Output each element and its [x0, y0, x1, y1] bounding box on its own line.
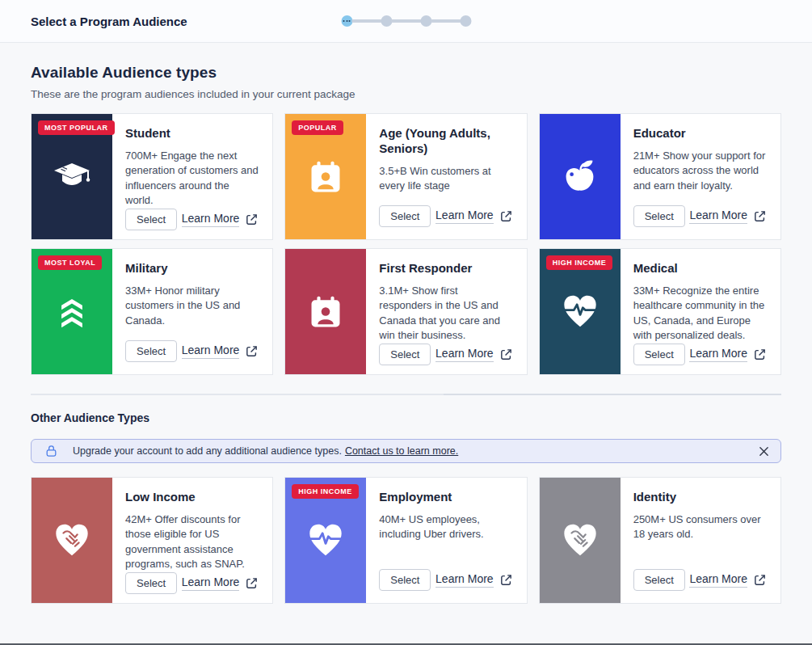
- select-button[interactable]: Select: [633, 569, 685, 591]
- external-link-icon: [245, 344, 259, 358]
- external-link-icon: [753, 348, 767, 361]
- stepper-step-3[interactable]: [420, 15, 431, 27]
- external-link-icon: [753, 209, 767, 223]
- card-description: 3.5+B Win customers at every life stage: [379, 164, 512, 194]
- card-description: 21M+ Show your support for educators acr…: [633, 149, 767, 193]
- audience-card: Educator 21M+ Show your support for educ…: [539, 113, 781, 240]
- card-title: First Responder: [379, 261, 512, 276]
- learn-more-link[interactable]: Learn More: [689, 347, 767, 362]
- section-title-available: Available Audience types: [31, 64, 781, 82]
- learn-more-label: Learn More: [435, 347, 494, 362]
- select-button[interactable]: Select: [633, 205, 685, 227]
- card-title: Low Income: [125, 490, 259, 505]
- card-footer: Select Learn More: [379, 205, 512, 227]
- banner-text: Upgrade your account to add any addition…: [73, 445, 342, 457]
- external-link-icon: [245, 576, 259, 590]
- learn-more-link[interactable]: Learn More: [182, 212, 259, 227]
- main-content: Available Audience types These are the p…: [0, 64, 812, 604]
- calendar-user-icon: [307, 158, 344, 196]
- card-panel: [540, 114, 621, 239]
- card-panel: HIGH INCOME: [540, 249, 621, 374]
- learn-more-label: Learn More: [182, 212, 240, 227]
- card-description: 250M+ US consumers over 18 years old.: [633, 512, 767, 542]
- card-description: 33M+ Recognize the entire healthcare com…: [633, 284, 767, 344]
- card-panel: [32, 478, 112, 603]
- card-description: 3.1M+ Show first responders in the US an…: [379, 284, 512, 344]
- card-footer: Select Learn More: [125, 209, 259, 230]
- card-badge: HIGH INCOME: [292, 484, 359, 499]
- external-link-icon: [499, 348, 513, 361]
- stepper-step-1[interactable]: [341, 15, 352, 27]
- heart-pulse-icon: [561, 293, 600, 331]
- available-cards-grid: MOST POPULAR Student 700M+ Engage the ne…: [31, 113, 781, 375]
- learn-more-link[interactable]: Learn More: [689, 572, 767, 588]
- card-body: Age (Young Adults, Seniors) 3.5+B Win cu…: [366, 114, 526, 239]
- card-panel: HIGH INCOME: [285, 478, 366, 603]
- card-footer: Select Learn More: [633, 344, 767, 365]
- banner-close-button[interactable]: [759, 446, 769, 457]
- learn-more-link[interactable]: Learn More: [435, 572, 513, 588]
- learn-more-link[interactable]: Learn More: [689, 209, 767, 224]
- learn-more-link[interactable]: Learn More: [435, 347, 513, 362]
- stepper-connector: [431, 19, 461, 23]
- card-description: 40M+ US employees, including Uber driver…: [379, 512, 512, 542]
- select-button[interactable]: Select: [125, 572, 177, 594]
- select-button[interactable]: Select: [125, 340, 177, 362]
- card-footer: Select Learn More: [125, 340, 259, 362]
- stepper-step-4[interactable]: [460, 15, 471, 27]
- graduation-cap-icon: [52, 157, 92, 197]
- section-subtitle: These are the program audiences included…: [31, 88, 781, 100]
- audience-card: POPULAR Age (Young Adults, Seniors) 3.5+…: [284, 113, 527, 240]
- stepper-connector: [391, 19, 421, 23]
- card-title: Medical: [633, 261, 767, 276]
- card-title: Military: [125, 261, 259, 276]
- external-link-icon: [245, 213, 259, 226]
- select-button[interactable]: Select: [379, 569, 431, 591]
- card-footer: Select Learn More: [125, 572, 259, 594]
- card-description: 42M+ Offer discounts for those eligible …: [125, 512, 259, 572]
- card-footer: Select Learn More: [633, 205, 767, 227]
- heart-handshake-icon: [561, 521, 600, 560]
- select-button[interactable]: Select: [379, 205, 431, 227]
- stepper-step-2[interactable]: [381, 15, 392, 27]
- audience-card: MOST LOYAL Military 33M+ Honor military …: [31, 248, 273, 375]
- card-body: Student 700M+ Engage the next generation…: [112, 114, 272, 239]
- learn-more-link[interactable]: Learn More: [435, 209, 513, 224]
- card-title: Employment: [379, 490, 512, 505]
- learn-more-label: Learn More: [435, 209, 494, 224]
- select-button[interactable]: Select: [379, 344, 431, 365]
- learn-more-label: Learn More: [689, 572, 747, 588]
- card-footer: Select Learn More: [379, 344, 512, 365]
- card-title: Age (Young Adults, Seniors): [379, 126, 512, 157]
- top-header: Select a Program Audience: [0, 0, 812, 43]
- card-body: Educator 21M+ Show your support for educ…: [621, 114, 780, 239]
- chevrons-icon: [53, 293, 90, 331]
- audience-card: Identity 250M+ US consumers over 18 year…: [539, 477, 781, 604]
- heart-pulse-icon: [306, 521, 345, 560]
- learn-more-label: Learn More: [182, 575, 240, 591]
- card-title: Educator: [633, 126, 767, 141]
- card-body: Identity 250M+ US consumers over 18 year…: [621, 478, 780, 603]
- learn-more-label: Learn More: [182, 344, 240, 359]
- progress-stepper: [341, 15, 471, 27]
- card-description: 33M+ Honor military customers in the US …: [125, 284, 259, 328]
- card-panel: [540, 478, 621, 603]
- card-panel: MOST POPULAR: [32, 114, 112, 239]
- select-button[interactable]: Select: [633, 344, 685, 365]
- card-body: Low Income 42M+ Offer discounts for thos…: [112, 478, 272, 603]
- select-button[interactable]: Select: [125, 209, 177, 230]
- section-divider: [31, 394, 781, 395]
- audience-card: Low Income 42M+ Offer discounts for thos…: [31, 477, 273, 604]
- card-badge: POPULAR: [292, 120, 343, 135]
- heart-handshake-icon: [53, 521, 91, 560]
- learn-more-link[interactable]: Learn More: [182, 344, 259, 359]
- card-panel: [285, 249, 366, 374]
- card-badge: HIGH INCOME: [546, 255, 613, 270]
- learn-more-link[interactable]: Learn More: [182, 575, 259, 591]
- contact-us-link[interactable]: Contact us to learn more.: [345, 445, 458, 457]
- card-title: Student: [125, 126, 259, 141]
- audience-card: HIGH INCOME Employment 40M+ US employees…: [284, 477, 527, 604]
- card-footer: Select Learn More: [633, 569, 767, 591]
- external-link-icon: [499, 209, 513, 223]
- upgrade-banner: Upgrade your account to add any addition…: [31, 439, 781, 463]
